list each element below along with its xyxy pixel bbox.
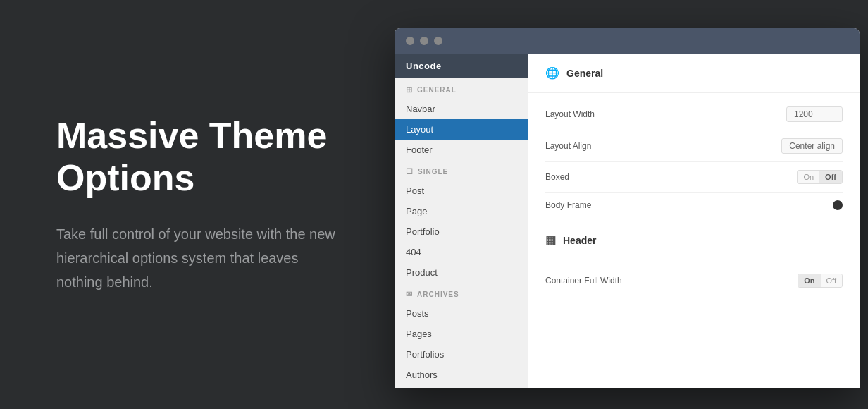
header-section-title: Header [563, 235, 596, 246]
panel-sidebar: Uncode ⊞ GENERAL Navbar Layout Footer ☐ [395, 54, 528, 388]
layout-width-label: Layout Width [545, 109, 595, 119]
header-section: ▦ Header [528, 221, 860, 260]
sidebar-section-archives: ✉ ARCHIVES [395, 283, 528, 303]
body-frame-label: Body Frame [545, 200, 591, 210]
body-frame-radio[interactable] [833, 200, 843, 210]
sidebar-item-posts[interactable]: Posts [395, 303, 528, 324]
layout-width-row: Layout Width 1200 [545, 99, 843, 130]
file-icon: ☐ [406, 167, 414, 176]
sidebar-item-search[interactable]: Search [395, 385, 528, 388]
sidebar-item-page[interactable]: Page [395, 201, 528, 221]
container-full-width-row: Container Full Width On Off [545, 266, 843, 295]
general-options: Layout Width 1200 Layout Align Center al… [528, 93, 860, 221]
right-section: Uncode ⊞ GENERAL Navbar Layout Footer ☐ [395, 0, 868, 409]
sidebar-section-single: ☐ SINGLE [395, 160, 528, 181]
sidebar-item-portfolio[interactable]: Portfolio [395, 221, 528, 242]
panel-container: Uncode ⊞ GENERAL Navbar Layout Footer ☐ [395, 54, 860, 388]
browser-dot-1 [406, 37, 414, 45]
boxed-on-button[interactable]: On [798, 171, 819, 183]
page-title: Massive Theme Options [56, 115, 338, 200]
sidebar-item-pages[interactable]: Pages [395, 324, 528, 344]
general-section: 🌐 General [528, 54, 860, 93]
globe-icon: 🌐 [545, 66, 559, 80]
browser-dot-3 [434, 37, 442, 45]
boxed-row: Boxed On Off [545, 162, 843, 193]
layout-width-value[interactable]: 1200 [786, 106, 843, 122]
grid-icon: ⊞ [406, 85, 413, 94]
boxed-toggle[interactable]: On Off [797, 170, 843, 184]
layout-icon: ▦ [545, 233, 556, 247]
boxed-off-button[interactable]: Off [819, 171, 842, 183]
layout-align-value[interactable]: Center align [781, 138, 843, 154]
sidebar-item-404[interactable]: 404 [395, 242, 528, 262]
sidebar-item-portfolios[interactable]: Portfolios [395, 344, 528, 365]
container-full-width-toggle[interactable]: On Off [798, 274, 843, 288]
sidebar-item-authors[interactable]: Authors [395, 365, 528, 385]
browser-dot-2 [420, 37, 428, 45]
general-section-title: General [566, 68, 603, 79]
page-subtitle: Take full control of your website with t… [56, 222, 338, 294]
panel-content: 🌐 General Layout Width 1200 Layout Align… [528, 54, 860, 388]
body-frame-row: Body Frame [545, 193, 843, 218]
layout-align-label: Layout Align [545, 141, 591, 151]
general-section-header: 🌐 General [545, 66, 843, 80]
sidebar-item-layout[interactable]: Layout [395, 119, 528, 140]
container-on-button[interactable]: On [798, 274, 820, 287]
archive-icon: ✉ [406, 290, 413, 299]
container-off-button[interactable]: Off [821, 274, 842, 287]
container-full-width-label: Container Full Width [545, 276, 622, 286]
sidebar-item-footer[interactable]: Footer [395, 140, 528, 160]
browser-topbar [395, 28, 860, 54]
sidebar-item-product[interactable]: Product [395, 262, 528, 283]
sidebar-section-general: ⊞ GENERAL [395, 78, 528, 99]
sidebar-item-post[interactable]: Post [395, 181, 528, 201]
panel-header: Uncode [395, 54, 528, 78]
layout-align-row: Layout Align Center align [545, 130, 843, 162]
header-section-header: ▦ Header [545, 233, 843, 247]
browser-window: Uncode ⊞ GENERAL Navbar Layout Footer ☐ [395, 28, 860, 388]
header-options: Container Full Width On Off [528, 260, 860, 298]
boxed-label: Boxed [545, 172, 569, 182]
sidebar-item-navbar[interactable]: Navbar [395, 99, 528, 119]
left-section: Massive Theme Options Take full control … [0, 73, 395, 336]
